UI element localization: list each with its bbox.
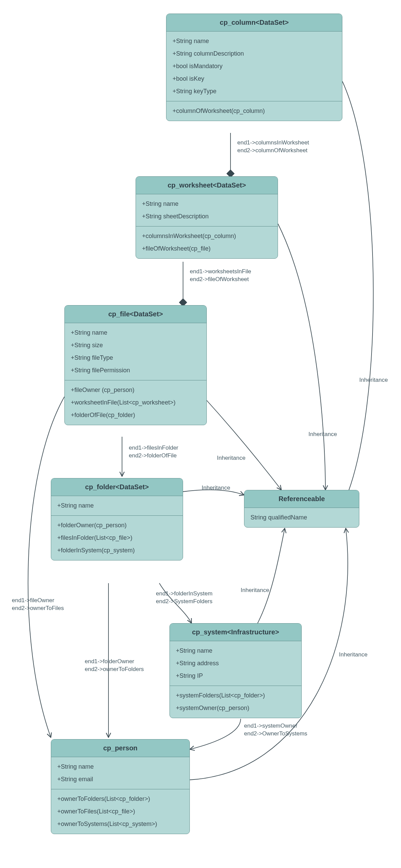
class-attr: +String fileType xyxy=(71,352,200,364)
class-operations: +columnsInWorksheet(cp_column) +fileOfWo… xyxy=(136,226,278,258)
edge-label-inh-system: Inheritance xyxy=(241,587,269,594)
class-attributes: +String name xyxy=(51,496,183,516)
class-attributes: +String name +String columnDescription +… xyxy=(166,32,342,101)
class-attr: +String IP xyxy=(176,670,295,682)
class-attr: String qualifiedName xyxy=(250,511,353,524)
class-cp-person: cp_person +String name +String email +ow… xyxy=(51,739,190,834)
class-op: +ownerToFolders(List<cp_folder>) xyxy=(57,793,183,805)
class-op: +systemFolders(List<cp_folder>) xyxy=(176,689,295,702)
class-attr: +String name xyxy=(57,761,183,773)
class-attributes: +String name +String sheetDescription xyxy=(136,194,278,226)
class-title: cp_column<DataSet> xyxy=(166,14,342,32)
class-op: +columnOfWorksheet(cp_column) xyxy=(173,105,336,117)
class-op: +worksheetInFile(List<cp_worksheet>) xyxy=(71,396,200,409)
class-operations: +columnOfWorksheet(cp_column) xyxy=(166,101,342,121)
class-title: cp_worksheet<DataSet> xyxy=(136,177,278,194)
class-operations: +fileOwner (cp_person) +worksheetInFile(… xyxy=(65,380,206,425)
class-attributes: +String name +String size +String fileTy… xyxy=(65,323,206,380)
class-attributes: +String name +String address +String IP xyxy=(170,641,301,686)
class-op: +ownerToFiles(List<cp_file>) xyxy=(57,805,183,818)
class-attr: +bool isMandatory xyxy=(173,60,336,73)
edge-label-inh-file: Inheritance xyxy=(217,454,245,462)
edge-label-file-folder: end1->filesInFolder end2->folderOfFile xyxy=(129,444,178,460)
class-attributes: +String name +String email xyxy=(51,757,189,789)
edge-label-inh-column: Inheritance xyxy=(359,376,388,384)
class-operations: +folderOwner(cp_person) +filesInFolder(L… xyxy=(51,516,183,560)
edge-label-inh-folder: Inheritance xyxy=(202,484,230,492)
class-attr: +String size xyxy=(71,339,200,352)
edge-label-system-owner: end1->systemOwner end2->OwnerToSystems xyxy=(244,722,307,738)
class-referenceable: Referenceable String qualifiedName xyxy=(244,490,359,528)
class-attr: +String name xyxy=(142,198,272,210)
class-op: +filesInFolder(List<cp_file>) xyxy=(57,532,177,544)
class-op: +folderOfFile(cp_folder) xyxy=(71,409,200,421)
edge-label-folder-system: end1->folderInSystem end2->SystemFolders xyxy=(156,590,213,606)
class-attr: +String email xyxy=(57,773,183,786)
class-cp-column: cp_column<DataSet> +String name +String … xyxy=(166,14,342,121)
class-attr: +String keyType xyxy=(173,85,336,98)
class-attr: +String columnDescription xyxy=(173,47,336,60)
class-title: cp_file<DataSet> xyxy=(65,305,206,323)
edge-label-folder-owner: end1->folderOwner end2->ownerToFolders xyxy=(85,658,144,673)
class-attr: +bool isKey xyxy=(173,73,336,85)
class-attr: +String address xyxy=(176,657,295,670)
class-op: +folderInSystem(cp_system) xyxy=(57,544,177,557)
class-attr: +String name xyxy=(57,499,177,512)
class-attr: +String filePermission xyxy=(71,364,200,377)
class-op: +ownerToSystems(List<cp_system>) xyxy=(57,818,183,830)
class-attributes: String qualifiedName xyxy=(244,508,359,527)
class-title: cp_folder<DataSet> xyxy=(51,478,183,496)
class-op: +fileOfWorksheet(cp_file) xyxy=(142,242,272,255)
class-operations: +systemFolders(List<cp_folder>) +systemO… xyxy=(170,686,301,718)
class-attr: +String name xyxy=(173,35,336,47)
class-cp-file: cp_file<DataSet> +String name +String si… xyxy=(64,305,207,425)
edges-layer xyxy=(0,0,401,868)
edge-label-inh-person: Inheritance xyxy=(339,651,367,659)
class-operations: +ownerToFolders(List<cp_folder>) +ownerT… xyxy=(51,789,189,834)
class-cp-folder: cp_folder<DataSet> +String name +folderO… xyxy=(51,478,183,560)
class-op: +fileOwner (cp_person) xyxy=(71,384,200,396)
class-attr: +String name xyxy=(71,327,200,339)
class-title: cp_system<Infrastructure> xyxy=(170,624,301,641)
edge-label-ws-file: end1->worksheetsInFile end2->fileOfWorks… xyxy=(190,268,251,283)
class-attr: +String sheetDescription xyxy=(142,210,272,223)
edge-label-col-ws: end1->columnsInWorksheet end2->columnOfW… xyxy=(237,139,309,155)
class-op: +systemOwner(cp_person) xyxy=(176,702,295,714)
edge-label-inh-worksheet: Inheritance xyxy=(308,431,337,438)
class-attr: +String name xyxy=(176,645,295,657)
class-cp-worksheet: cp_worksheet<DataSet> +String name +Stri… xyxy=(136,176,278,259)
class-title: Referenceable xyxy=(244,490,359,508)
class-op: +folderOwner(cp_person) xyxy=(57,519,177,532)
edge-label-file-owner: end1->fileOwner end2->ownerToFiles xyxy=(12,597,64,612)
class-title: cp_person xyxy=(51,739,189,757)
class-op: +columnsInWorksheet(cp_column) xyxy=(142,230,272,242)
diagram-canvas: end1->columnsInWorksheet end2->columnOfW… xyxy=(0,0,401,868)
class-cp-system: cp_system<Infrastructure> +String name +… xyxy=(169,623,302,718)
